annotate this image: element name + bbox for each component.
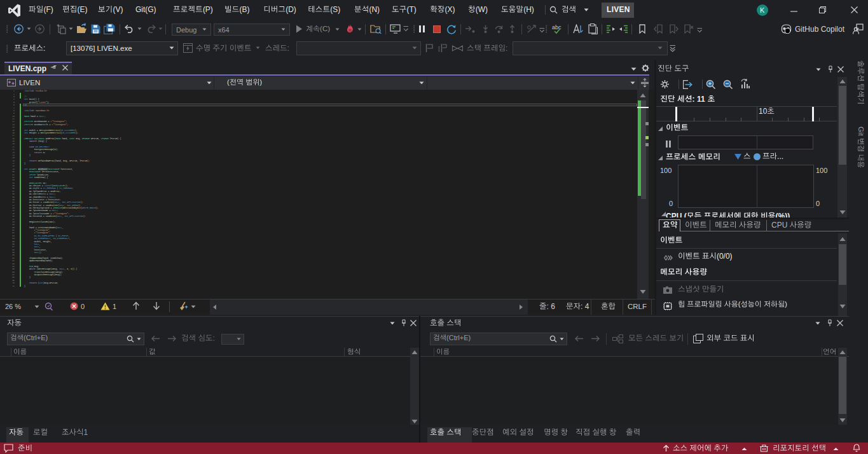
svg-text:(T): (T) — [406, 4, 416, 13]
svg-text:: 4: : 4 — [581, 301, 589, 310]
svg-text:(V): (V) — [113, 4, 123, 13]
svg-text:abc: abc — [552, 24, 561, 31]
svg-text:CPU (: CPU ( — [666, 212, 687, 217]
svg-text:): ) — [785, 300, 787, 308]
svg-text:): ) — [259, 78, 262, 86]
svg-text:(C): (C) — [320, 25, 330, 32]
svg-text:10: 10 — [759, 106, 768, 115]
svg-text:(: ( — [227, 78, 230, 86]
svg-text:(P): (P) — [203, 4, 213, 13]
svg-text:(H): (H) — [523, 4, 534, 13]
svg-text:(Ctrl+E): (Ctrl+E) — [24, 334, 48, 341]
svg-text::: : — [43, 43, 45, 52]
svg-text:Git: Git — [857, 127, 864, 136]
svg-text:...: ... — [777, 151, 783, 160]
svg-text:(%)): (%)) — [776, 212, 790, 217]
svg-text:(: ( — [738, 300, 741, 308]
svg-text::: : — [212, 333, 214, 342]
svg-text:1: 1 — [84, 427, 88, 436]
svg-text::: : — [506, 43, 507, 52]
svg-text:(0/0): (0/0) — [717, 252, 733, 261]
svg-text:(N): (N) — [369, 4, 380, 13]
svg-text:(X): (X) — [444, 4, 455, 13]
svg-text:: 11: : 11 — [692, 95, 705, 104]
svg-text:(B): (B) — [240, 4, 250, 13]
svg-text:(W): (W) — [475, 4, 487, 13]
svg-text:(Ctrl+E): (Ctrl+E) — [446, 334, 471, 341]
svg-text:CPU: CPU — [771, 220, 787, 229]
svg-text:(S): (S) — [330, 4, 340, 13]
svg-text:: 6: : 6 — [546, 301, 555, 310]
svg-text:(E): (E) — [77, 4, 87, 13]
svg-text:Git(G): Git(G) — [135, 4, 156, 13]
svg-text:(D): (D) — [286, 4, 296, 13]
svg-text::: : — [287, 43, 289, 52]
svg-text:(F): (F) — [43, 4, 53, 13]
